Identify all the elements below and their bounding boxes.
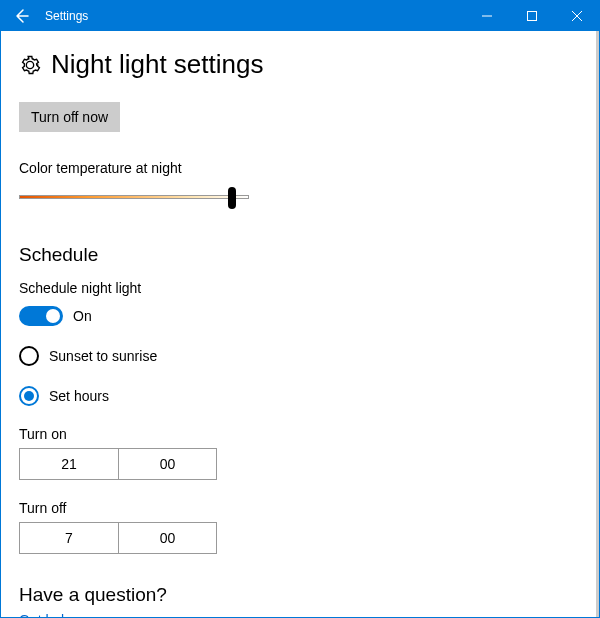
close-icon [572,11,582,21]
turn-off-label: Turn off [19,500,581,516]
color-temp-slider[interactable] [19,186,249,208]
minimize-icon [482,11,492,21]
schedule-heading: Schedule [19,244,581,266]
schedule-toggle-label: Schedule night light [19,280,581,296]
titlebar: Settings [1,1,599,31]
turn-off-hour[interactable]: 7 [20,523,118,553]
turn-off-time-picker[interactable]: 7 00 [19,522,217,554]
window-title: Settings [41,1,88,31]
gear-icon [19,54,41,76]
turn-on-label: Turn on [19,426,581,442]
close-button[interactable] [554,1,599,31]
turn-on-minute[interactable]: 00 [118,449,216,479]
maximize-icon [527,11,537,21]
radio-icon-selected [19,386,39,406]
slider-track [19,195,249,199]
radio-label-set-hours: Set hours [49,388,109,404]
radio-dot-icon [24,391,34,401]
turn-on-hour[interactable]: 21 [20,449,118,479]
turn-off-minute[interactable]: 00 [118,523,216,553]
scrollbar[interactable] [596,31,599,617]
turn-off-now-button[interactable]: Turn off now [19,102,120,132]
minimize-button[interactable] [464,1,509,31]
get-help-link[interactable]: Get help [19,612,581,617]
help-heading: Have a question? [19,584,581,606]
color-temp-label: Color temperature at night [19,160,581,176]
turn-on-time-picker[interactable]: 21 00 [19,448,217,480]
back-button[interactable] [1,1,41,31]
toggle-state-label: On [73,308,92,324]
maximize-button[interactable] [509,1,554,31]
radio-icon [19,346,39,366]
slider-thumb[interactable] [228,187,236,209]
page-title: Night light settings [51,49,263,80]
toggle-knob [46,309,60,323]
content-area: Night light settings Turn off now Color … [1,31,599,617]
schedule-toggle[interactable] [19,306,63,326]
radio-sunset-sunrise[interactable]: Sunset to sunrise [19,346,581,366]
settings-window: Settings Night light settings Turn off n… [0,0,600,618]
radio-set-hours[interactable]: Set hours [19,386,581,406]
arrow-left-icon [13,8,29,24]
page-heading: Night light settings [19,49,581,80]
radio-label-sunset: Sunset to sunrise [49,348,157,364]
svg-rect-0 [527,12,536,21]
